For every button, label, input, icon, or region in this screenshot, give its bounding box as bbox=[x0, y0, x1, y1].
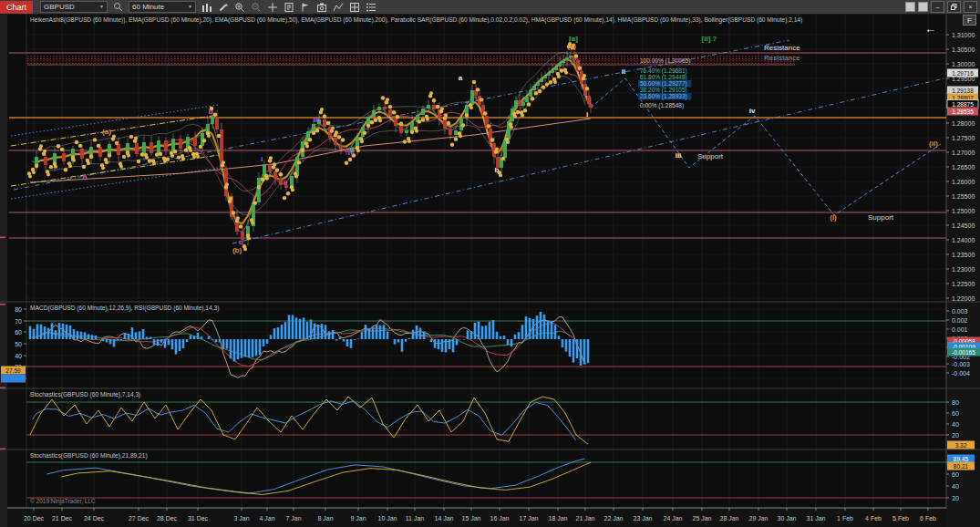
svg-text:89.45: 89.45 bbox=[954, 456, 969, 462]
svg-text:(c): (c) bbox=[567, 42, 576, 50]
grid-panel-icon[interactable] bbox=[348, 2, 360, 13]
svg-text:iii: iii bbox=[314, 116, 320, 124]
snapshot-icon[interactable] bbox=[315, 2, 327, 13]
stoch1-panel-indicator-label: Stochastics(GBPUSD (60 Minute),7,14,3) bbox=[30, 391, 140, 398]
report-icon[interactable] bbox=[283, 2, 294, 13]
svg-text:(a): (a) bbox=[102, 128, 111, 136]
svg-text:60: 60 bbox=[952, 410, 959, 417]
svg-text:ii: ii bbox=[622, 67, 625, 76]
zoom-in-icon[interactable] bbox=[233, 2, 245, 13]
restore-button[interactable] bbox=[947, 1, 961, 13]
data-box-icon[interactable] bbox=[365, 2, 377, 13]
svg-text:1.30000: 1.30000 bbox=[952, 61, 975, 67]
svg-text:1.27500: 1.27500 bbox=[952, 135, 975, 141]
svg-text:100.00% (1.30065): 100.00% (1.30065) bbox=[640, 57, 690, 65]
svg-text:Resistance: Resistance bbox=[764, 44, 800, 52]
svg-text:6 Feb: 6 Feb bbox=[920, 515, 936, 522]
trend-lines-icon[interactable] bbox=[332, 2, 344, 13]
svg-text:18 Jan: 18 Jan bbox=[548, 515, 567, 522]
chart-area[interactable]: ResistanceResistanceSupportSupport(a)bbc… bbox=[0, 0, 980, 527]
svg-text:40: 40 bbox=[952, 483, 959, 490]
interval-value: 60 Minute bbox=[132, 2, 164, 12]
svg-text:0.002: 0.002 bbox=[952, 317, 968, 324]
svg-text:8 Jan: 8 Jan bbox=[317, 515, 333, 522]
svg-text:17 Jan: 17 Jan bbox=[519, 515, 538, 522]
svg-text:27.59: 27.59 bbox=[5, 367, 21, 374]
svg-text:c: c bbox=[239, 238, 243, 246]
interval-dropdown[interactable]: 60 Minute ▼ bbox=[129, 1, 196, 13]
instrument-value: GBPUSD bbox=[44, 2, 75, 12]
svg-text:[ii] ?: [ii] ? bbox=[702, 35, 717, 43]
svg-text:1.25500: 1.25500 bbox=[952, 193, 975, 200]
svg-text:a: a bbox=[459, 74, 463, 82]
svg-text:Resistance: Resistance bbox=[764, 54, 800, 62]
zoom-out-icon[interactable] bbox=[250, 2, 262, 13]
search-icon[interactable] bbox=[112, 2, 124, 13]
svg-text:1.27000: 1.27000 bbox=[952, 150, 975, 156]
add-object-icon[interactable] bbox=[266, 2, 278, 13]
svg-text:80: 80 bbox=[15, 306, 22, 313]
svg-text:1.23000: 1.23000 bbox=[952, 266, 975, 273]
svg-text:(ii): (ii) bbox=[929, 140, 938, 148]
minimize-button[interactable]: – bbox=[931, 1, 944, 13]
svg-text:60: 60 bbox=[15, 329, 22, 336]
svg-text:1.30500: 1.30500 bbox=[952, 46, 975, 53]
svg-text:1.28875: 1.28875 bbox=[952, 101, 974, 108]
svg-text:10 Jan: 10 Jan bbox=[377, 515, 397, 522]
svg-text:30 Jan: 30 Jan bbox=[777, 515, 796, 522]
svg-text:(i): (i) bbox=[830, 213, 837, 222]
svg-text:1.24500: 1.24500 bbox=[952, 222, 975, 229]
drawing-tools-icon[interactable] bbox=[217, 2, 229, 13]
svg-text:24 Dec: 24 Dec bbox=[84, 515, 105, 522]
svg-text:1.26500: 1.26500 bbox=[952, 164, 975, 170]
fixed-scale-button[interactable]: F bbox=[963, 15, 976, 26]
toolbar: Chart GBPUSD ▼ 60 Minute ▼ – × bbox=[0, 0, 980, 15]
svg-text:i: i bbox=[261, 155, 263, 163]
copyright-text: © 2019 NinjaTrader, LLC bbox=[30, 498, 96, 504]
chevron-down-icon: ▼ bbox=[188, 2, 192, 12]
close-button[interactable]: × bbox=[964, 1, 977, 13]
svg-text:21 Jan: 21 Jan bbox=[575, 515, 594, 522]
chevron-down-icon: ▼ bbox=[99, 2, 104, 12]
alerts-flag-icon[interactable] bbox=[299, 2, 311, 13]
svg-text:1.24000: 1.24000 bbox=[952, 237, 975, 243]
svg-text:23.60% (1.28933): 23.60% (1.28933) bbox=[640, 93, 687, 100]
svg-text:i: i bbox=[586, 110, 588, 119]
svg-text:1 Feb: 1 Feb bbox=[837, 515, 853, 522]
tab-chart[interactable]: Chart bbox=[0, 1, 33, 14]
svg-text:-0.003: -0.003 bbox=[952, 361, 970, 367]
svg-text:1.22000: 1.22000 bbox=[952, 295, 975, 302]
svg-text:20: 20 bbox=[952, 432, 959, 439]
svg-text:25 Jan: 25 Jan bbox=[692, 515, 711, 522]
svg-text:14 Jan: 14 Jan bbox=[434, 515, 453, 522]
stoch2-panel-indicator-label: Stochastics(GBPUSD (60 Minute),21,89,21) bbox=[30, 452, 148, 459]
instrument-dropdown[interactable]: GBPUSD ▼ bbox=[40, 1, 108, 13]
svg-text:28 Dec: 28 Dec bbox=[157, 515, 178, 522]
svg-text:21 Dec: 21 Dec bbox=[52, 515, 73, 522]
svg-text:iv: iv bbox=[749, 107, 756, 115]
svg-text:22 Jan: 22 Jan bbox=[603, 515, 623, 522]
svg-text:40: 40 bbox=[952, 421, 959, 428]
scroll-to-latest-arrow-icon[interactable]: ← bbox=[924, 22, 936, 36]
svg-text:31 Jan: 31 Jan bbox=[806, 515, 825, 522]
workspace-button[interactable] bbox=[905, 2, 915, 12]
svg-text:5 Feb: 5 Feb bbox=[892, 515, 909, 522]
svg-text:1.26000: 1.26000 bbox=[952, 179, 975, 185]
svg-text:20 Dec: 20 Dec bbox=[24, 515, 45, 522]
svg-text:1.22500: 1.22500 bbox=[952, 281, 975, 287]
window-buttons: – × bbox=[905, 1, 980, 13]
svg-text:iii: iii bbox=[676, 151, 682, 160]
chart-style-icon[interactable] bbox=[201, 2, 212, 13]
svg-text:23 Jan: 23 Jan bbox=[633, 515, 652, 522]
svg-text:b: b bbox=[495, 166, 500, 174]
workspace-button[interactable] bbox=[918, 2, 928, 12]
svg-text:15 Jan: 15 Jan bbox=[461, 515, 480, 522]
svg-text:29 Jan: 29 Jan bbox=[748, 515, 768, 522]
svg-text:-0.004: -0.004 bbox=[952, 370, 970, 377]
svg-text:31 Dec: 31 Dec bbox=[188, 515, 209, 522]
svg-text:11 Jan: 11 Jan bbox=[406, 515, 425, 522]
svg-text:b: b bbox=[209, 108, 213, 116]
price-panel-indicator-label: HeikenAshi8(GBPUSD (60 Minute)), EMA(GBP… bbox=[30, 16, 802, 23]
svg-text:b: b bbox=[83, 173, 88, 181]
svg-text:70: 70 bbox=[15, 318, 22, 325]
